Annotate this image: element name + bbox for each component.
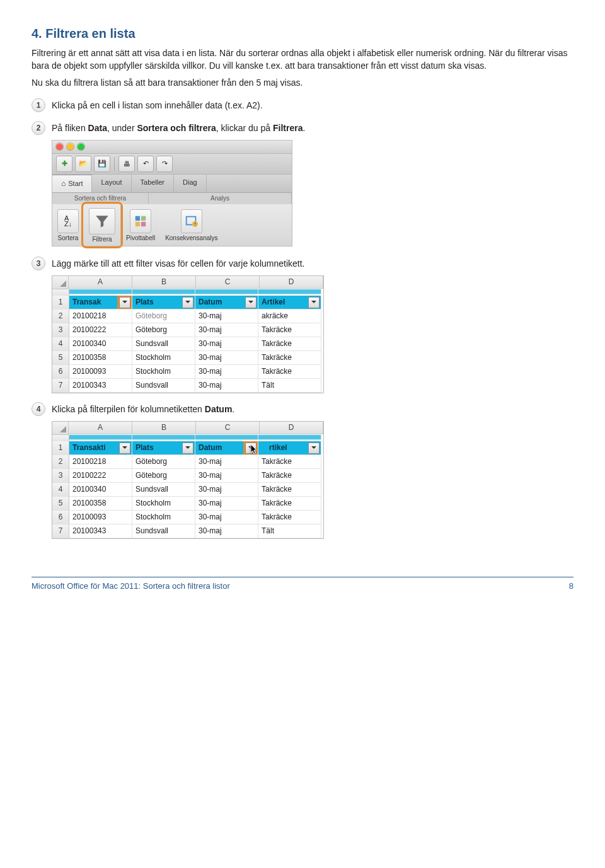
rowhdr-1[interactable]: 1: [52, 441, 69, 455]
filter-arrow-plats[interactable]: [182, 297, 193, 308]
hdr-datum[interactable]: Datum: [195, 296, 258, 310]
filter-arrow-artikel[interactable]: [308, 297, 320, 308]
cell[interactable]: 20100218: [69, 310, 132, 323]
cell[interactable]: 20100358: [69, 351, 132, 365]
cell[interactable]: 30-maj: [195, 483, 258, 497]
rowhdr[interactable]: 5: [52, 497, 69, 511]
cell[interactable]: Takräcke: [258, 483, 321, 497]
cell[interactable]: 30-maj: [195, 337, 258, 351]
cell[interactable]: Takräcke: [258, 455, 321, 469]
col-c[interactable]: C: [196, 422, 260, 434]
tab-diag[interactable]: Diag: [174, 175, 207, 192]
col-d[interactable]: D: [260, 276, 323, 289]
rowhdr[interactable]: 3: [52, 469, 69, 483]
cell[interactable]: 30-maj: [195, 365, 258, 379]
cell[interactable]: 20100093: [69, 365, 132, 379]
rowhdr[interactable]: 5: [52, 351, 69, 365]
col-d[interactable]: D: [260, 422, 323, 434]
cell[interactable]: 30-maj: [195, 455, 258, 469]
hdr-artikel[interactable]: Artikel: [258, 296, 321, 310]
filter-button[interactable]: Filtrera: [84, 204, 120, 246]
open-button[interactable]: 📂: [75, 156, 91, 172]
cell[interactable]: Stockholm: [132, 365, 195, 379]
cell[interactable]: 30-maj: [195, 379, 258, 393]
filter-arrow-datum[interactable]: [245, 443, 256, 454]
cell[interactable]: 20100358: [69, 497, 132, 511]
cell[interactable]: Tält: [258, 524, 321, 538]
cell[interactable]: Sundsvall: [132, 379, 195, 393]
cell[interactable]: 30-maj: [195, 469, 258, 483]
cell[interactable]: Takräcke: [258, 351, 321, 365]
cell[interactable]: 20100222: [69, 323, 132, 337]
col-b[interactable]: B: [132, 276, 196, 289]
whatif-button[interactable]: ? Konsekvensanalys: [160, 204, 222, 246]
hdr-plats[interactable]: Plats: [132, 296, 195, 310]
sort-button[interactable]: AZ↓ Sortera: [52, 204, 84, 246]
cell[interactable]: 30-maj: [195, 524, 258, 538]
select-all-corner[interactable]: [52, 276, 69, 289]
cell[interactable]: Göteborg: [132, 310, 195, 323]
rowhdr-1[interactable]: 1: [52, 296, 69, 310]
cell[interactable]: 30-maj: [195, 497, 258, 511]
rowhdr[interactable]: 7: [52, 524, 69, 538]
tab-tabeller[interactable]: Tabeller: [132, 175, 175, 192]
hdr-plats[interactable]: Plats: [132, 441, 195, 455]
tab-start[interactable]: ⌂Start: [52, 175, 92, 192]
cell[interactable]: 20100340: [69, 337, 132, 351]
cell[interactable]: 30-maj: [195, 351, 258, 365]
col-c[interactable]: C: [196, 276, 260, 289]
cell[interactable]: akräcke: [258, 310, 321, 323]
cell[interactable]: Sundsvall: [132, 524, 195, 538]
cell[interactable]: 20100343: [69, 379, 132, 393]
rowhdr[interactable]: 7: [52, 379, 69, 393]
hdr-transaktion[interactable]: Transakti: [69, 441, 132, 455]
col-a[interactable]: A: [69, 276, 132, 289]
cell[interactable]: 20100222: [69, 469, 132, 483]
rowhdr[interactable]: 4: [52, 337, 69, 351]
cell[interactable]: Takräcke: [258, 337, 321, 351]
close-icon[interactable]: [56, 143, 63, 150]
print-button[interactable]: 🖶: [118, 156, 135, 172]
undo-button[interactable]: ↶: [137, 156, 154, 172]
save-button[interactable]: 💾: [94, 156, 110, 172]
col-a[interactable]: A: [69, 422, 132, 434]
rowhdr[interactable]: 2: [52, 455, 69, 469]
cell[interactable]: Stockholm: [132, 511, 195, 524]
cell[interactable]: 20100340: [69, 483, 132, 497]
cell[interactable]: Göteborg: [132, 323, 195, 337]
tab-layout[interactable]: Layout: [92, 175, 131, 192]
cell[interactable]: Göteborg: [132, 455, 195, 469]
hdr-artikel[interactable]: rtikel: [258, 441, 321, 455]
cell[interactable]: Sundsvall: [132, 483, 195, 497]
col-b[interactable]: B: [132, 422, 196, 434]
filter-arrow-transaktion[interactable]: [119, 443, 130, 454]
filter-arrow-datum[interactable]: [245, 297, 256, 308]
cell[interactable]: Takräcke: [258, 365, 321, 379]
select-all-corner[interactable]: [52, 422, 69, 435]
rowhdr[interactable]: 2: [52, 310, 69, 323]
rowhdr[interactable]: 6: [52, 365, 69, 379]
filter-arrow-plats[interactable]: [182, 443, 193, 454]
cell[interactable]: Stockholm: [132, 497, 195, 511]
minimize-icon[interactable]: [67, 143, 74, 150]
cell[interactable]: Takräcke: [258, 469, 321, 483]
hdr-transaktion[interactable]: Transak: [69, 296, 132, 310]
cell[interactable]: 20100218: [69, 455, 132, 469]
hdr-datum[interactable]: Datum: [195, 441, 258, 455]
rowhdr[interactable]: 6: [52, 511, 69, 524]
cell[interactable]: 30-maj: [195, 511, 258, 524]
rowhdr[interactable]: 4: [52, 483, 69, 497]
cell[interactable]: Göteborg: [132, 469, 195, 483]
cell[interactable]: 30-maj: [195, 310, 258, 323]
cell[interactable]: Takräcke: [258, 511, 321, 524]
redo-button[interactable]: ↷: [156, 156, 173, 172]
cell[interactable]: Sundsvall: [132, 337, 195, 351]
cell[interactable]: Stockholm: [132, 351, 195, 365]
zoom-icon[interactable]: [78, 143, 84, 150]
cell[interactable]: Takräcke: [258, 323, 321, 337]
cell[interactable]: 30-maj: [195, 323, 258, 337]
cell[interactable]: 20100343: [69, 524, 132, 538]
cell[interactable]: Tält: [258, 379, 321, 393]
pivot-button[interactable]: Pivottabell: [121, 204, 160, 246]
rowhdr[interactable]: 3: [52, 323, 69, 337]
